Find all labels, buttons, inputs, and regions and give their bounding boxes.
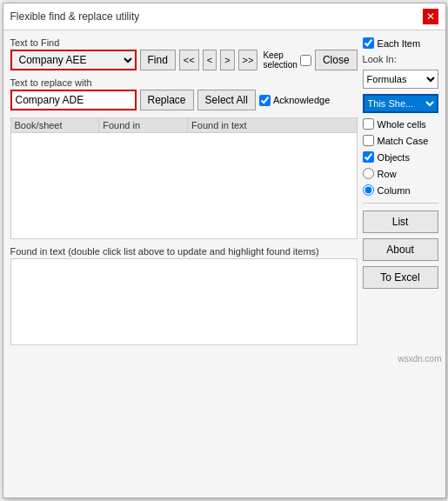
- formulas-dropdown[interactable]: Formulas: [363, 70, 438, 89]
- column-radio[interactable]: [363, 184, 374, 196]
- nav-fwd1-button[interactable]: >: [220, 50, 234, 70]
- col-foundintext: Found in text: [188, 118, 357, 132]
- objects-label: Objects: [378, 152, 410, 163]
- col-foundin: Found in: [99, 118, 188, 132]
- select-all-button[interactable]: Select All: [197, 90, 256, 110]
- whole-cells-checkbox[interactable]: [363, 118, 374, 130]
- replace-row: Replace Select All Acknowledge: [10, 90, 358, 110]
- left-panel: Text to Find Company AEE Find << < > >> …: [10, 37, 358, 345]
- dialog-title: Flexible find & replace utility: [10, 10, 140, 23]
- whole-cells-row[interactable]: Whole cells: [363, 118, 438, 130]
- keep-selection-area: Keepselection: [263, 50, 311, 70]
- found-text-area: [10, 258, 358, 345]
- replace-label: Text to replace with: [10, 77, 358, 88]
- find-section: Text to Find Company AEE Find << < > >> …: [10, 37, 358, 74]
- watermark: wsxdn.com: [3, 352, 445, 365]
- find-row: Company AEE Find << < > >> Keepselection…: [10, 50, 358, 70]
- nav-back2-button[interactable]: <<: [179, 50, 199, 70]
- right-panel: Each Item Look In: Formulas This She... …: [363, 37, 438, 345]
- keep-selection-checkbox[interactable]: [300, 55, 311, 66]
- replace-button[interactable]: Replace: [140, 90, 194, 110]
- find-input[interactable]: Company AEE: [10, 50, 137, 70]
- replace-input[interactable]: [10, 90, 137, 110]
- row-label: Row: [378, 169, 397, 179]
- whole-cells-label: Whole cells: [378, 119, 426, 130]
- each-item-row[interactable]: Each Item: [363, 37, 438, 49]
- nav-fwd2-button[interactable]: >>: [238, 50, 258, 70]
- list-button[interactable]: List: [363, 210, 438, 233]
- acknowledge-checkbox[interactable]: [259, 95, 271, 106]
- about-button[interactable]: About: [363, 238, 438, 261]
- find-label: Text to Find: [10, 37, 358, 48]
- acknowledge-label: Acknowledge: [259, 95, 330, 106]
- main-dialog: Flexible find & replace utility ✕ Text t…: [3, 3, 446, 498]
- to-excel-button[interactable]: To Excel: [363, 266, 438, 289]
- match-case-row[interactable]: Match Case: [363, 135, 438, 146]
- find-button[interactable]: Find: [140, 50, 176, 70]
- replace-section: Text to replace with Replace Select All …: [10, 77, 358, 114]
- column-radio-row[interactable]: Column: [363, 184, 438, 196]
- objects-row[interactable]: Objects: [363, 151, 438, 163]
- close-button[interactable]: Close: [315, 50, 358, 70]
- row-radio-row[interactable]: Row: [363, 168, 438, 179]
- row-radio[interactable]: [363, 168, 374, 179]
- this-sheet-dropdown[interactable]: This She...: [363, 94, 438, 113]
- each-item-label: Each Item: [378, 38, 421, 49]
- match-case-checkbox[interactable]: [363, 135, 374, 146]
- results-table: Book/sheet Found in Found in text: [10, 117, 358, 239]
- title-bar: Flexible find & replace utility ✕: [3, 3, 445, 30]
- found-text-section: Found in text (double click list above t…: [10, 246, 358, 345]
- main-content: Text to Find Company AEE Find << < > >> …: [3, 30, 445, 352]
- col-booksheet: Book/sheet: [11, 118, 100, 132]
- found-text-label: Found in text (double click list above t…: [10, 246, 358, 257]
- each-item-checkbox[interactable]: [363, 37, 374, 49]
- objects-checkbox[interactable]: [363, 151, 374, 163]
- keep-selection-label: Keepselection: [263, 50, 297, 70]
- divider: [363, 203, 438, 204]
- close-x-button[interactable]: ✕: [423, 9, 438, 24]
- nav-back1-button[interactable]: <: [203, 50, 217, 70]
- look-in-label: Look In:: [363, 54, 438, 64]
- table-header: Book/sheet Found in Found in text: [11, 118, 357, 133]
- match-case-label: Match Case: [378, 136, 429, 146]
- column-label: Column: [378, 185, 411, 196]
